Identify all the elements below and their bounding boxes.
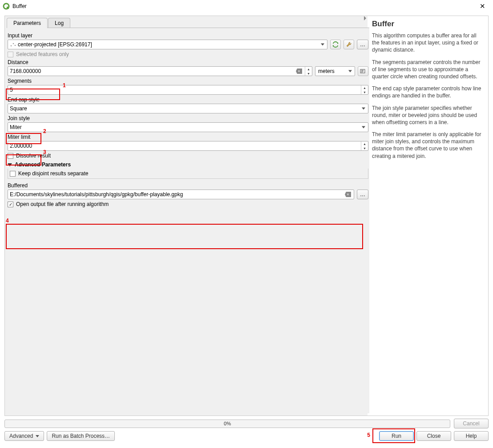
svg-point-4: [15, 45, 16, 46]
output-browse-button[interactable]: …: [357, 190, 368, 199]
joinstyle-label: Join style: [8, 115, 368, 121]
chevron-down-icon: [36, 435, 39, 437]
help-panel: Buffer This algorithm computes a buffer …: [368, 16, 489, 416]
chevron-down-icon: [362, 126, 365, 129]
tab-parameters[interactable]: Parameters: [7, 18, 48, 28]
distance-input[interactable]: 7168.000000 × ▲▼: [8, 66, 312, 76]
qgis-icon: [3, 3, 10, 10]
miterlimit-input[interactable]: 2.000000 ▲▼: [8, 141, 368, 151]
close-icon[interactable]: ✕: [473, 0, 491, 12]
miterlimit-spinner[interactable]: ▲▼: [361, 141, 368, 150]
window-title: Buffer: [12, 3, 473, 9]
distance-unit: meters: [318, 68, 335, 74]
parameters-panel: Input layer center-projected [EPSG:26917…: [7, 28, 369, 413]
joinstyle-value: Miter: [10, 124, 22, 130]
open-output-label: Open output file after running algorithm: [16, 201, 109, 207]
input-layer-value: center-projected [EPSG:26917]: [18, 41, 92, 48]
batch-button[interactable]: Run as Batch Process…: [47, 431, 115, 441]
splitter-arrow-icon: [364, 16, 366, 20]
segments-spinner[interactable]: ▲▼: [361, 85, 368, 94]
help-title: Buffer: [372, 20, 484, 28]
selected-only-label: Selected features only: [16, 51, 69, 57]
buffered-output-input[interactable]: E:/Documents/skylines/tutorials/pittsbur…: [8, 190, 354, 199]
help-button[interactable]: Help: [454, 431, 489, 441]
endcap-value: Square: [10, 105, 27, 112]
distance-value: 7168.000000: [10, 68, 41, 74]
reload-icon: [332, 41, 339, 48]
iterate-button[interactable]: [330, 40, 341, 49]
joinstyle-select[interactable]: Miter: [8, 122, 368, 132]
input-layer-select[interactable]: center-projected [EPSG:26917]: [8, 40, 327, 49]
miterlimit-label: Miter limit: [8, 134, 368, 140]
distance-label: Distance: [8, 59, 368, 65]
chevron-down-icon: [362, 108, 365, 110]
advanced-button[interactable]: Advanced: [4, 431, 44, 441]
selected-only-checkbox: [8, 52, 13, 57]
left-panel: Parameters Log Input layer center-projec…: [4, 16, 372, 416]
buffered-value: E:/Documents/skylines/tutorials/pittsbur…: [10, 191, 183, 198]
point-layer-icon: [10, 42, 16, 47]
svg-point-2: [11, 45, 12, 47]
segments-value: 5: [10, 87, 13, 93]
dissolve-label: Dissolve result: [16, 153, 51, 159]
miterlimit-value: 2.000000: [10, 143, 32, 149]
distance-unit-select[interactable]: meters: [315, 66, 355, 76]
endcap-label: End cap style: [8, 97, 368, 103]
svg-rect-1: [7, 7, 9, 9]
triangle-down-icon: [8, 163, 12, 166]
keep-disjoint-label: Keep disjoint results separate: [18, 170, 88, 177]
advanced-header[interactable]: Advanced Parameters: [8, 161, 368, 168]
data-defined-button[interactable]: [358, 66, 368, 76]
cancel-button: Cancel: [454, 419, 489, 428]
advanced-body: Keep disjoint results separate: [8, 169, 368, 179]
chevron-down-icon: [321, 44, 324, 46]
advanced-header-label: Advanced Parameters: [15, 161, 71, 168]
help-p5: The miter limit parameter is only applic…: [372, 131, 484, 160]
progress-bar: 0%: [4, 420, 450, 428]
bottom-bar: 0% Cancel Advanced Run as Batch Process……: [4, 419, 489, 441]
endcap-select[interactable]: Square: [8, 104, 368, 113]
buffered-label: Buffered: [8, 182, 368, 189]
progress-text: 0%: [224, 421, 231, 426]
titlebar: Buffer ✕: [0, 0, 493, 12]
annotation-num-5: 5: [367, 432, 370, 438]
help-p3: The end cap style parameter controls how…: [372, 85, 484, 99]
svg-point-3: [13, 43, 14, 44]
distance-spinner[interactable]: ▲▼: [305, 67, 312, 76]
wrench-icon: [345, 41, 352, 48]
clear-icon[interactable]: ×: [296, 69, 302, 74]
segments-label: Segments: [8, 78, 368, 84]
help-p4: The join style parameter specifies wheth…: [372, 105, 484, 126]
segments-input[interactable]: 5 ▲▼: [8, 85, 368, 95]
advanced-button-label: Advanced: [9, 433, 33, 439]
clear-icon[interactable]: ×: [345, 192, 351, 197]
dissolve-checkbox[interactable]: [8, 153, 13, 159]
chevron-down-icon: [348, 70, 352, 73]
annotation-num-4: 4: [6, 218, 9, 224]
close-button[interactable]: Close: [416, 431, 451, 441]
dialog-content: Parameters Log Input layer center-projec…: [0, 12, 493, 448]
tab-log[interactable]: Log: [48, 18, 70, 28]
help-p2: The segments parameter controls the numb…: [372, 59, 484, 81]
run-button[interactable]: Run: [379, 431, 414, 441]
input-layer-label: Input layer: [8, 32, 368, 39]
input-browse-button[interactable]: …: [357, 40, 368, 49]
open-output-checkbox[interactable]: ✓: [8, 202, 13, 207]
keep-disjoint-checkbox[interactable]: [10, 171, 16, 177]
help-p1: This algorithm computes a buffer area fo…: [372, 32, 484, 54]
tabs: Parameters Log: [5, 16, 371, 28]
expression-icon: [360, 68, 366, 74]
settings-button[interactable]: [343, 40, 354, 49]
annotation-box-4: [6, 224, 363, 249]
